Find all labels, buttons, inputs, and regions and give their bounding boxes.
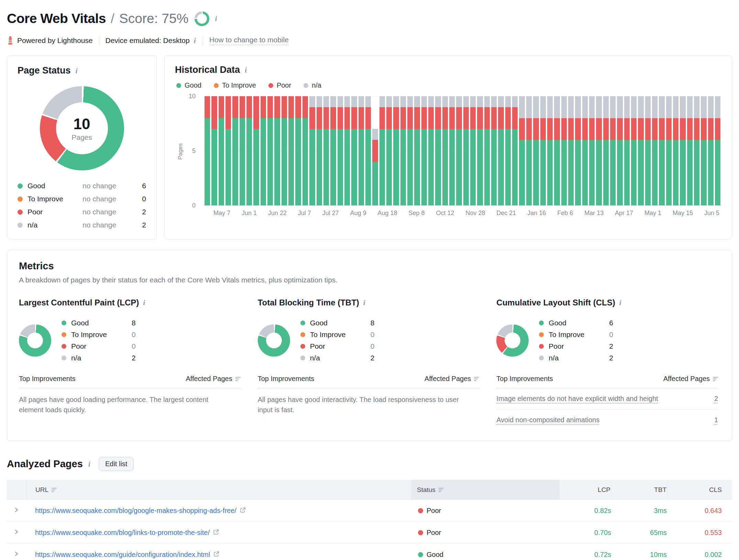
external-link-icon[interactable] (240, 507, 246, 515)
history-bar[interactable] (659, 96, 664, 205)
history-bar[interactable] (274, 96, 280, 205)
history-bar[interactable] (554, 96, 560, 205)
history-bar[interactable] (512, 96, 518, 205)
history-bar[interactable] (505, 96, 511, 205)
info-icon[interactable]: i (363, 299, 366, 306)
sort-icon[interactable] (439, 488, 444, 492)
history-bar[interactable] (470, 96, 476, 205)
history-bar[interactable] (701, 96, 706, 205)
history-bar[interactable] (344, 96, 350, 205)
affected-pages-count[interactable]: 1 (714, 416, 718, 424)
url-column-header[interactable]: URL (26, 480, 411, 500)
affected-pages-count[interactable]: 2 (714, 395, 718, 403)
history-bar[interactable] (232, 96, 238, 205)
history-bar[interactable] (261, 96, 266, 205)
history-bar[interactable] (435, 96, 441, 205)
history-bar[interactable] (596, 96, 602, 205)
history-bar[interactable] (617, 96, 622, 205)
info-icon[interactable]: i (88, 460, 91, 468)
history-bar[interactable] (631, 96, 637, 205)
affected-pages-header[interactable]: Affected Pages (663, 375, 718, 383)
info-icon[interactable]: i (214, 15, 218, 22)
history-bar[interactable] (421, 96, 427, 205)
history-bar[interactable] (372, 96, 378, 205)
history-bar[interactable] (498, 96, 504, 205)
status-column-header[interactable]: Status (411, 480, 559, 500)
history-bar[interactable] (673, 96, 679, 205)
info-icon[interactable]: i (619, 299, 622, 306)
improvement-link[interactable]: Avoid non-composited animations (496, 416, 599, 424)
page-url-link[interactable]: https://www.seoquake.com/blog/google-mak… (35, 507, 236, 515)
history-bar[interactable] (484, 96, 490, 205)
history-bar[interactable] (582, 96, 588, 205)
history-bar[interactable] (603, 96, 609, 205)
sort-icon[interactable] (474, 377, 479, 381)
history-bar[interactable] (351, 96, 357, 205)
history-bar[interactable] (414, 96, 420, 205)
info-icon[interactable]: i (244, 66, 247, 74)
history-bar[interactable] (338, 96, 343, 205)
history-bar[interactable] (463, 96, 469, 205)
row-expand-chevron-icon[interactable] (13, 507, 20, 515)
history-bar[interactable] (575, 96, 581, 205)
history-bar[interactable] (302, 96, 308, 205)
history-bar[interactable] (309, 96, 315, 205)
history-bar[interactable] (666, 96, 672, 205)
change-to-mobile-link[interactable]: How to change to mobile (209, 36, 289, 45)
page-url-link[interactable]: https://www.seoquake.com/guide/configura… (35, 551, 210, 559)
history-bar[interactable] (211, 96, 217, 205)
history-bar[interactable] (715, 96, 720, 205)
history-bar[interactable] (687, 96, 693, 205)
info-icon[interactable]: i (193, 37, 197, 44)
history-bar[interactable] (568, 96, 574, 205)
history-bar[interactable] (526, 96, 532, 205)
history-bar[interactable] (219, 96, 224, 205)
history-bar[interactable] (708, 96, 714, 205)
cls-column-header[interactable]: CLS (667, 480, 732, 500)
history-bar[interactable] (407, 96, 413, 205)
history-bar[interactable] (610, 96, 616, 205)
sort-icon[interactable] (52, 488, 57, 492)
history-bar[interactable] (680, 96, 685, 205)
row-expander[interactable] (7, 529, 26, 537)
history-bar[interactable] (393, 96, 399, 205)
external-link-icon[interactable] (213, 551, 219, 559)
history-bar[interactable] (225, 96, 231, 205)
history-bar[interactable] (638, 96, 643, 205)
row-expand-chevron-icon[interactable] (13, 529, 20, 537)
history-bar[interactable] (561, 96, 567, 205)
row-expand-chevron-icon[interactable] (13, 551, 20, 559)
sort-icon[interactable] (713, 377, 718, 381)
history-bar[interactable] (288, 96, 294, 205)
history-bar[interactable] (540, 96, 546, 205)
sort-icon[interactable] (235, 377, 241, 381)
history-bar[interactable] (547, 96, 553, 205)
edit-list-button[interactable]: Edit list (99, 457, 134, 471)
history-bar[interactable] (246, 96, 252, 205)
history-bar[interactable] (386, 96, 392, 205)
history-bar[interactable] (295, 96, 301, 205)
affected-pages-header[interactable]: Affected Pages (186, 375, 240, 383)
history-bar[interactable] (456, 96, 462, 205)
page-url-link[interactable]: https://www.seoquake.com/blog/links-to-p… (35, 529, 210, 537)
history-bar[interactable] (652, 96, 658, 205)
history-bar[interactable] (359, 96, 364, 205)
row-expander[interactable] (7, 507, 26, 515)
history-bar[interactable] (240, 96, 245, 205)
history-bar[interactable] (533, 96, 539, 205)
lcp-column-header[interactable]: LCP (559, 480, 611, 500)
history-bar[interactable] (323, 96, 329, 205)
history-bar[interactable] (330, 96, 336, 205)
history-bar[interactable] (365, 96, 371, 205)
history-bar[interactable] (428, 96, 434, 205)
history-bar[interactable] (267, 96, 273, 205)
history-bar[interactable] (442, 96, 448, 205)
affected-pages-header[interactable]: Affected Pages (424, 375, 479, 383)
history-bar[interactable] (282, 96, 287, 205)
history-bar[interactable] (477, 96, 483, 205)
history-bar[interactable] (400, 96, 406, 205)
info-icon[interactable]: i (75, 67, 78, 75)
history-bar[interactable] (317, 96, 322, 205)
history-bar[interactable] (379, 96, 385, 205)
history-bar[interactable] (624, 96, 630, 205)
